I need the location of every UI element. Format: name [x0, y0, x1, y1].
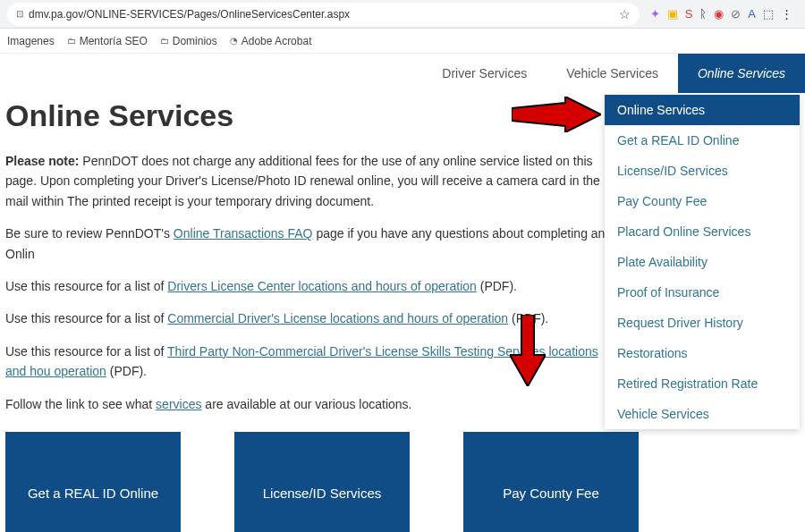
annotation-arrow-down	[510, 315, 546, 386]
nav-tab-online-services[interactable]: Online Services	[678, 54, 805, 93]
note-paragraph: Please note: PennDOT does not charge any…	[5, 151, 614, 211]
bookmark-folder[interactable]: 🗀Mentoría SEO	[67, 35, 148, 47]
bookmark-item[interactable]: ◔Adobe Acrobat	[230, 35, 312, 47]
ext-icon[interactable]: ◉	[714, 7, 724, 21]
dropdown-item-license-id[interactable]: License/ID Services	[605, 156, 800, 186]
dropdown-item-request-history[interactable]: Request Driver History	[605, 308, 800, 338]
nav-tab-vehicle-services[interactable]: Vehicle Services	[547, 54, 678, 93]
bookmark-star-icon[interactable]: ☆	[619, 7, 631, 21]
svg-marker-1	[510, 315, 546, 386]
bookmarks-bar: Imagenes 🗀Mentoría SEO 🗀Dominios ◔Adobe …	[0, 29, 805, 54]
cdl-link[interactable]: Commercial Driver's License locations an…	[167, 311, 508, 325]
tile-license-id[interactable]: License/ID Services	[234, 432, 410, 532]
folder-icon: 🗀	[160, 36, 169, 46]
ext-icon[interactable]: ▣	[667, 7, 678, 21]
dl-center-link[interactable]: Drivers License Center locations and hou…	[167, 279, 477, 293]
svg-marker-0	[512, 97, 601, 132]
tile-real-id[interactable]: Get a REAL ID Online	[5, 432, 181, 532]
ext-icon[interactable]: ᚱ	[699, 7, 707, 21]
service-tiles: Get a REAL ID Online License/ID Services…	[5, 432, 805, 532]
ext-icon[interactable]: ⬚	[763, 7, 774, 21]
dropdown-item-retired-registration[interactable]: Retired Registration Rate	[605, 368, 800, 399]
online-services-dropdown: Online Services Get a REAL ID Online Lic…	[605, 95, 800, 429]
dropdown-item-real-id[interactable]: Get a REAL ID Online	[605, 125, 800, 156]
ext-icon[interactable]: ⊘	[731, 7, 741, 21]
dropdown-item-pay-county-fee[interactable]: Pay County Fee	[605, 186, 800, 216]
ext-icon[interactable]: S	[685, 7, 693, 21]
ext-icon[interactable]: A	[748, 7, 756, 21]
dropdown-item-vehicle-services[interactable]: Vehicle Services	[605, 399, 800, 429]
note-label: Please note:	[5, 154, 79, 168]
services-link[interactable]: services	[156, 397, 201, 411]
faq-link[interactable]: Online Transactions FAQ	[174, 226, 313, 241]
faq-paragraph: Be sure to review PennDOT's Online Trans…	[5, 224, 614, 264]
resource-paragraph: Use this resource for a list of Drivers …	[5, 276, 614, 296]
ext-icon[interactable]: ✦	[650, 7, 660, 21]
url-text: dmv.pa.gov/ONLINE-SERVICES/Pages/OnlineS…	[29, 8, 350, 21]
browser-address-bar: ⊡ dmv.pa.gov/ONLINE-SERVICES/Pages/Onlin…	[0, 0, 805, 29]
dropdown-item-proof-insurance[interactable]: Proof of Insurance	[605, 277, 800, 308]
dropdown-item-placard[interactable]: Placard Online Services	[605, 216, 800, 247]
follow-paragraph: Follow the link to see what services are…	[5, 394, 614, 414]
main-nav: Driver Services Vehicle Services Online …	[0, 54, 805, 93]
nav-tab-driver-services[interactable]: Driver Services	[422, 54, 547, 93]
bookmark-item[interactable]: Imagenes	[7, 35, 55, 47]
dropdown-item-plate-availability[interactable]: Plate Availability	[605, 247, 800, 277]
folder-icon: 🗀	[67, 36, 76, 46]
annotation-arrow-right	[512, 97, 601, 132]
site-info-icon: ⊡	[16, 9, 23, 19]
extension-icons: ✦ ▣ S ᚱ ◉ ⊘ A ⬚ ⋮	[645, 7, 798, 21]
dropdown-item-online-services[interactable]: Online Services	[605, 95, 800, 125]
ext-icon[interactable]: ⋮	[781, 7, 792, 21]
tile-pay-county-fee[interactable]: Pay County Fee	[463, 432, 639, 532]
acrobat-icon: ◔	[230, 36, 238, 46]
dropdown-item-restorations[interactable]: Restorations	[605, 338, 800, 368]
url-field[interactable]: ⊡ dmv.pa.gov/ONLINE-SERVICES/Pages/Onlin…	[7, 3, 640, 26]
bookmark-folder[interactable]: 🗀Dominios	[160, 35, 217, 47]
